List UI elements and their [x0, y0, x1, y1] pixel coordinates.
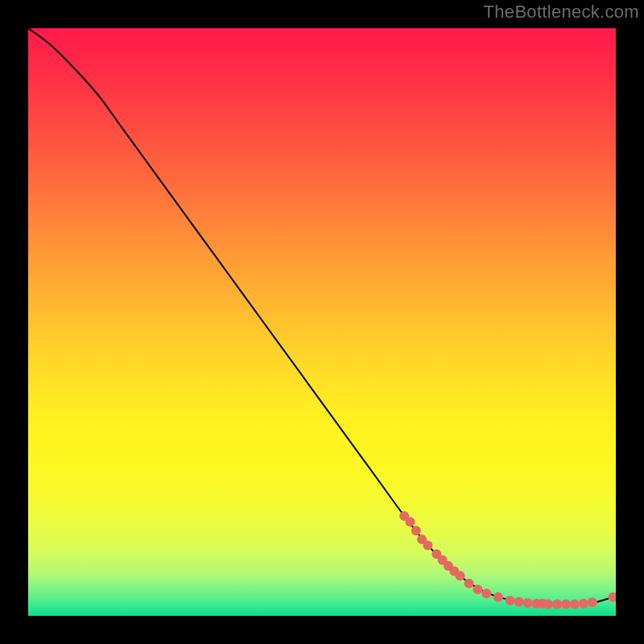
chart-svg [28, 28, 616, 616]
highlight-marker [493, 592, 503, 602]
chart-background [28, 28, 616, 616]
attribution-text: TheBottleneck.com [484, 2, 639, 23]
highlight-marker [514, 597, 524, 606]
highlight-marker [464, 579, 474, 588]
highlight-marker [552, 599, 562, 609]
highlight-marker [456, 571, 465, 580]
plot-area [28, 28, 616, 616]
highlight-marker [543, 599, 553, 609]
highlight-marker [406, 517, 415, 526]
highlight-marker [570, 599, 580, 609]
highlight-marker [579, 599, 588, 609]
highlight-marker [506, 596, 515, 605]
highlight-marker [473, 584, 482, 594]
highlight-marker [588, 597, 597, 607]
highlight-marker [411, 526, 421, 535]
highlight-marker [561, 599, 571, 609]
highlight-marker [523, 598, 533, 608]
highlight-marker [423, 540, 432, 550]
chart-container: TheBottleneck.com [0, 0, 644, 644]
highlight-marker [481, 588, 491, 598]
